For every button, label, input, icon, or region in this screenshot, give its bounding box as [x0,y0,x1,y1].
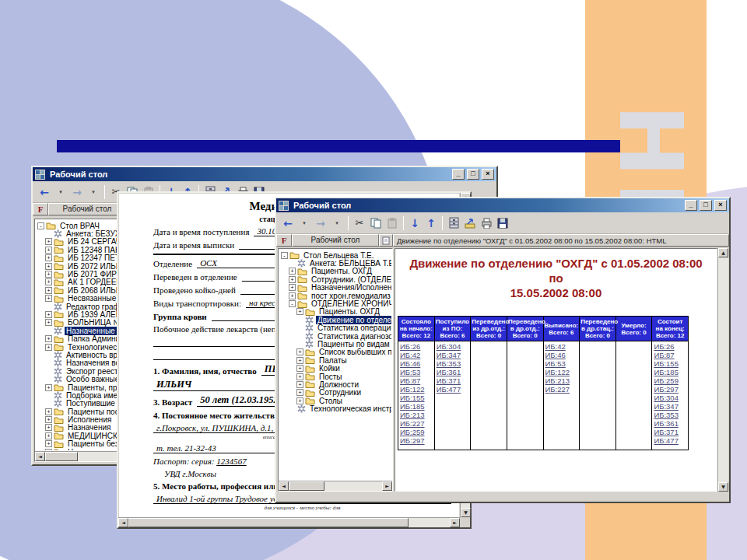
expand-icon[interactable]: + [45,335,52,342]
expand-icon[interactable]: + [45,440,52,447]
tree-item-label[interactable]: Пациенты. ОХГД [310,267,374,275]
close-button[interactable]: × [714,200,727,211]
forward-arrow-button[interactable]: → [313,215,328,232]
scroll-down-icon[interactable]: ▼ [718,482,728,492]
tree-item-label[interactable]: Сотрудники [317,388,363,397]
expand-icon[interactable]: + [45,408,52,415]
tree-column-header[interactable]: Рабочий стол [292,234,379,247]
patient-record-link[interactable]: ИБ:347 [437,351,469,359]
collapse-icon[interactable]: - [281,252,288,259]
forward-dropdown[interactable]: ▾ [329,215,345,232]
expand-icon[interactable]: + [289,292,296,299]
expand-icon[interactable]: + [296,397,303,404]
collapse-icon[interactable]: - [289,300,296,307]
expand-icon[interactable]: + [296,373,303,380]
close-button[interactable]: × [482,169,494,180]
scroll-up-icon[interactable]: ▲ [718,248,728,257]
patient-record-link[interactable]: ИБ:53 [400,368,433,376]
tree-item-label[interactable]: Посты [317,373,344,381]
patient-record-link[interactable]: ИБ:87 [654,351,686,359]
tree-item[interactable]: +Посты [279,373,391,380]
tree-item[interactable]: +Пациенты. ОХГД [279,308,391,316]
expand-icon[interactable]: + [296,348,303,355]
paste-button[interactable] [384,215,400,232]
patient-record-link[interactable]: ИБ:361 [437,368,469,376]
maximize-button[interactable]: □ [700,200,712,211]
patient-record-link[interactable]: ИБ:371 [654,428,686,436]
expand-icon[interactable]: + [45,311,52,318]
expand-icon[interactable]: + [296,365,303,372]
address-bar[interactable]: Движение по отделению "ОХГД" с 01.05.200… [393,234,729,247]
patient-record-link[interactable]: ИБ:347 [654,402,686,411]
tree-item[interactable]: +Список выбывших паци [279,348,391,356]
title-bar[interactable]: Рабочий стол _ □ × [276,198,729,212]
move-down-button[interactable]: ↓ [407,215,423,232]
patient-record-link[interactable]: ИБ:477 [437,385,469,394]
expand-icon[interactable]: + [45,263,52,270]
cabinet-button[interactable] [446,215,461,232]
patient-record-link[interactable]: ИБ:26 [400,342,433,351]
patient-record-link[interactable]: ИБ:259 [654,376,686,385]
minimize-button[interactable]: _ [452,169,465,180]
patient-record-link[interactable]: ИБ:185 [400,402,433,411]
patient-record-link[interactable]: ИБ:122 [545,368,578,376]
patient-record-link[interactable]: ИБ:304 [437,342,469,351]
expand-icon[interactable]: + [45,424,52,431]
expand-icon[interactable]: + [45,247,52,254]
patient-record-link[interactable]: ИБ:42 [545,342,578,351]
tree-item[interactable]: +Столы [279,397,391,404]
tree-item[interactable]: Пациенты по видам опл [279,340,391,348]
print-button[interactable] [479,215,494,232]
scroll-left-icon[interactable]: ◄ [35,452,45,461]
expand-icon[interactable]: + [45,432,52,439]
tree-item[interactable]: -ОТДЕЛЕНИЕ ХРОНИЧЕС [279,299,391,307]
tree-item[interactable]: -Стол Бельцева Т.Е. [279,251,391,259]
tree-item-label[interactable]: Столы [317,397,344,405]
scroll-thumb[interactable] [289,481,324,491]
tree-item-label[interactable]: Технологическая инструк [308,404,391,413]
patient-record-link[interactable]: ИБ:227 [400,419,433,428]
scroll-thumb[interactable] [45,452,78,461]
expand-icon[interactable]: + [296,389,303,396]
tree-item-label[interactable]: Назначения [66,423,112,432]
patient-record-link[interactable]: ИБ:155 [654,359,686,368]
patient-record-link[interactable]: ИБ:26 [654,342,686,351]
save-button[interactable] [495,215,510,232]
title-bar[interactable]: Рабочий стол _ □ × [33,167,496,181]
tree-item-label[interactable]: Статистика диагнозов [316,332,391,341]
tree-item-label[interactable]: Список выбывших паци [317,348,391,356]
back-arrow-button[interactable]: ← [280,215,296,232]
expand-icon[interactable]: + [45,344,52,351]
patient-record-link[interactable]: ИБ:297 [654,385,686,394]
patient-record-link[interactable]: ИБ:371 [437,376,469,385]
patient-record-link[interactable]: ИБ:259 [400,428,433,436]
expand-icon[interactable]: + [45,295,52,302]
tree-item-label[interactable]: Стол Бельцева Т.Е. [302,251,375,260]
tree-item-label[interactable]: Сотрудники. (ОТДЕЛЕНИЕ [310,275,391,284]
expand-icon[interactable]: + [45,287,52,294]
document-horizontal-scrollbar[interactable]: ◄ ► [118,517,460,527]
forward-dropdown[interactable]: ▾ [86,184,101,201]
tree-item[interactable]: +Палаты [279,356,391,364]
expand-icon[interactable]: + [296,357,303,364]
f-column-button[interactable]: F [33,203,48,215]
patient-record-link[interactable]: ИБ:353 [654,411,686,419]
tree-horizontal-scrollbar[interactable]: ◄ ► [279,481,392,491]
expand-icon[interactable]: + [45,416,52,423]
expand-icon[interactable]: + [45,384,52,391]
expand-icon[interactable]: + [289,284,296,291]
tree-item-label[interactable]: Движение по отделени [316,316,391,324]
tree-item[interactable]: +Койки [279,364,391,372]
tree-item[interactable]: +Должности [279,380,391,388]
patient-record-link[interactable]: ИБ:213 [545,376,578,385]
patient-record-link[interactable]: ИБ:353 [437,359,469,368]
tree-item-label[interactable]: Пациенты. ОХГД [317,307,381,316]
patient-record-link[interactable]: ИБ:213 [400,411,433,419]
expand-icon[interactable]: + [45,319,52,326]
scroll-left-icon[interactable]: ◄ [279,481,289,491]
tree-item[interactable]: Технологическая инструк [279,404,391,412]
tree-item[interactable]: +Назначения/Исполнения [279,284,391,292]
tree-item-label[interactable]: Анкета: БЕЛЬЦЕВА Т.Е. 20 [308,259,391,268]
patient-record-link[interactable]: ИБ:297 [400,436,433,445]
maximize-button[interactable]: □ [467,169,479,180]
